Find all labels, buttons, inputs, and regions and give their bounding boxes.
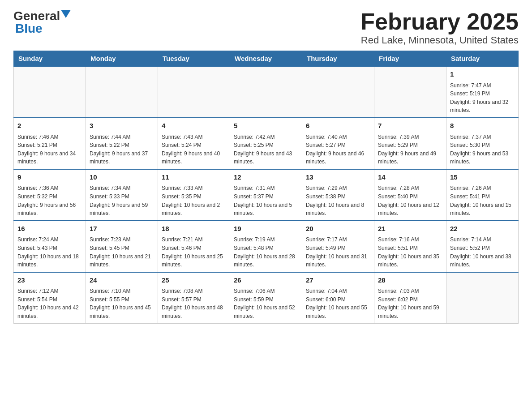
day-info: Sunrise: 7:36 AMSunset: 5:32 PMDaylight:… [17,184,82,217]
day-number: 28 [378,275,442,286]
day-number: 3 [90,121,154,131]
day-number: 7 [378,121,442,131]
day-number: 25 [162,275,226,286]
day-info: Sunrise: 7:24 AMSunset: 5:43 PMDaylight:… [17,235,82,269]
weekday-header-tuesday: Tuesday [158,51,230,67]
calendar-table: SundayMondayTuesdayWednesdayThursdayFrid… [13,51,519,323]
day-info: Sunrise: 7:37 AMSunset: 5:30 PMDaylight:… [450,133,515,166]
day-number: 26 [234,275,298,286]
day-number: 8 [450,121,515,131]
weekday-header-monday: Monday [86,51,158,67]
day-number: 16 [17,224,82,234]
day-number: 6 [306,121,370,131]
weekday-header-row: SundayMondayTuesdayWednesdayThursdayFrid… [14,51,519,67]
weekday-header-wednesday: Wednesday [230,51,302,67]
calendar-day-cell [374,66,446,118]
weekday-header-friday: Friday [374,51,446,67]
day-number: 23 [17,275,82,286]
day-info: Sunrise: 7:04 AMSunset: 6:00 PMDaylight:… [306,287,370,320]
day-number: 12 [234,172,298,183]
day-info: Sunrise: 7:33 AMSunset: 5:35 PMDaylight:… [162,184,226,217]
day-info: Sunrise: 7:10 AMSunset: 5:55 PMDaylight:… [90,287,154,320]
day-info: Sunrise: 7:12 AMSunset: 5:54 PMDaylight:… [17,287,82,320]
day-info: Sunrise: 7:42 AMSunset: 5:25 PMDaylight:… [234,133,298,166]
day-info: Sunrise: 7:28 AMSunset: 5:40 PMDaylight:… [378,184,442,217]
day-info: Sunrise: 7:47 AMSunset: 5:19 PMDaylight:… [450,81,515,115]
calendar-day-cell: 1Sunrise: 7:47 AMSunset: 5:19 PMDaylight… [446,66,519,118]
day-info: Sunrise: 7:23 AMSunset: 5:45 PMDaylight:… [90,235,154,269]
day-info: Sunrise: 7:46 AMSunset: 5:21 PMDaylight:… [17,133,82,166]
day-info: Sunrise: 7:26 AMSunset: 5:41 PMDaylight:… [450,184,515,217]
day-number: 20 [306,224,370,234]
calendar-day-cell [158,66,230,118]
day-info: Sunrise: 7:14 AMSunset: 5:52 PMDaylight:… [450,235,515,269]
calendar-day-cell: 12Sunrise: 7:31 AMSunset: 5:37 PMDayligh… [230,169,302,221]
calendar-day-cell: 24Sunrise: 7:10 AMSunset: 5:55 PMDayligh… [86,272,158,323]
day-number: 13 [306,172,370,183]
day-number: 9 [17,172,82,183]
day-number: 24 [90,275,154,286]
calendar-day-cell: 9Sunrise: 7:36 AMSunset: 5:32 PMDaylight… [14,169,86,221]
calendar-week-row: 2Sunrise: 7:46 AMSunset: 5:21 PMDaylight… [14,118,519,169]
logo-blue-text: Blue [15,21,43,36]
calendar-day-cell: 3Sunrise: 7:44 AMSunset: 5:22 PMDaylight… [86,118,158,169]
weekday-header-saturday: Saturday [446,51,519,67]
day-info: Sunrise: 7:44 AMSunset: 5:22 PMDaylight:… [90,133,154,166]
calendar-week-row: 16Sunrise: 7:24 AMSunset: 5:43 PMDayligh… [14,221,519,272]
day-info: Sunrise: 7:17 AMSunset: 5:49 PMDaylight:… [306,235,370,269]
calendar-week-row: 9Sunrise: 7:36 AMSunset: 5:32 PMDaylight… [14,169,519,221]
calendar-day-cell: 7Sunrise: 7:39 AMSunset: 5:29 PMDaylight… [374,118,446,169]
calendar-day-cell [302,66,374,118]
weekday-header-sunday: Sunday [14,51,86,67]
calendar-day-cell: 20Sunrise: 7:17 AMSunset: 5:49 PMDayligh… [302,221,374,272]
calendar-day-cell: 6Sunrise: 7:40 AMSunset: 5:27 PMDaylight… [302,118,374,169]
calendar-day-cell: 5Sunrise: 7:42 AMSunset: 5:25 PMDaylight… [230,118,302,169]
day-number: 11 [162,172,226,183]
calendar-subtitle: Red Lake, Minnesota, United States [360,34,519,46]
day-info: Sunrise: 7:40 AMSunset: 5:27 PMDaylight:… [306,133,370,166]
calendar-day-cell: 23Sunrise: 7:12 AMSunset: 5:54 PMDayligh… [14,272,86,323]
day-number: 21 [378,224,442,234]
calendar-day-cell: 27Sunrise: 7:04 AMSunset: 6:00 PMDayligh… [302,272,374,323]
logo: General Blue [13,9,71,36]
calendar-day-cell: 15Sunrise: 7:26 AMSunset: 5:41 PMDayligh… [446,169,519,221]
day-info: Sunrise: 7:21 AMSunset: 5:46 PMDaylight:… [162,235,226,269]
day-info: Sunrise: 7:34 AMSunset: 5:33 PMDaylight:… [90,184,154,217]
weekday-header-thursday: Thursday [302,51,374,67]
day-info: Sunrise: 7:06 AMSunset: 5:59 PMDaylight:… [234,287,298,320]
day-number: 19 [234,224,298,234]
calendar-day-cell: 26Sunrise: 7:06 AMSunset: 5:59 PMDayligh… [230,272,302,323]
calendar-day-cell [446,272,519,323]
calendar-day-cell: 21Sunrise: 7:16 AMSunset: 5:51 PMDayligh… [374,221,446,272]
calendar-day-cell: 11Sunrise: 7:33 AMSunset: 5:35 PMDayligh… [158,169,230,221]
title-block: February 2025 Red Lake, Minnesota, Unite… [360,9,519,46]
calendar-week-row: 1Sunrise: 7:47 AMSunset: 5:19 PMDaylight… [14,66,519,118]
calendar-day-cell: 28Sunrise: 7:03 AMSunset: 6:02 PMDayligh… [374,272,446,323]
calendar-day-cell: 19Sunrise: 7:19 AMSunset: 5:48 PMDayligh… [230,221,302,272]
svg-marker-0 [61,10,71,18]
day-number: 2 [17,121,82,131]
day-info: Sunrise: 7:31 AMSunset: 5:37 PMDaylight:… [234,184,298,217]
calendar-title: February 2025 [360,9,519,34]
calendar-body: 1Sunrise: 7:47 AMSunset: 5:19 PMDaylight… [14,66,519,323]
day-info: Sunrise: 7:39 AMSunset: 5:29 PMDaylight:… [378,133,442,166]
day-number: 27 [306,275,370,286]
logo-triangle-icon [61,10,71,20]
calendar-day-cell: 17Sunrise: 7:23 AMSunset: 5:45 PMDayligh… [86,221,158,272]
calendar-day-cell: 10Sunrise: 7:34 AMSunset: 5:33 PMDayligh… [86,169,158,221]
day-number: 5 [234,121,298,131]
day-number: 14 [378,172,442,183]
calendar-day-cell: 8Sunrise: 7:37 AMSunset: 5:30 PMDaylight… [446,118,519,169]
calendar-day-cell: 18Sunrise: 7:21 AMSunset: 5:46 PMDayligh… [158,221,230,272]
day-number: 15 [450,172,515,183]
calendar-day-cell: 25Sunrise: 7:08 AMSunset: 5:57 PMDayligh… [158,272,230,323]
calendar-day-cell: 14Sunrise: 7:28 AMSunset: 5:40 PMDayligh… [374,169,446,221]
day-number: 22 [450,224,515,234]
day-number: 4 [162,121,226,131]
day-number: 1 [450,69,515,80]
day-info: Sunrise: 7:08 AMSunset: 5:57 PMDaylight:… [162,287,226,320]
day-info: Sunrise: 7:16 AMSunset: 5:51 PMDaylight:… [378,235,442,269]
day-info: Sunrise: 7:43 AMSunset: 5:24 PMDaylight:… [162,133,226,166]
day-number: 18 [162,224,226,234]
day-info: Sunrise: 7:03 AMSunset: 6:02 PMDaylight:… [378,287,442,320]
